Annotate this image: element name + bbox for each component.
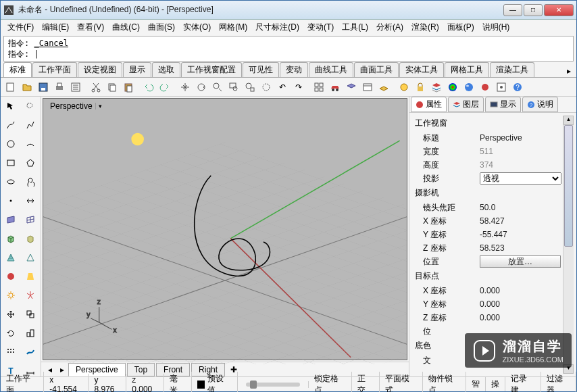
curve-tools-icon[interactable] [22,193,39,209]
flow-icon[interactable] [22,344,39,360]
render-icon[interactable] [461,80,476,95]
menu-mesh[interactable]: 网格(M) [215,20,251,34]
status-ortho[interactable]: 正交 [352,372,380,393]
ellipse-icon[interactable] [2,174,20,190]
menu-surface[interactable]: 曲面(S) [144,20,179,34]
move-icon[interactable] [2,306,20,322]
prop-tary-value[interactable]: 0.000 [480,299,561,309]
undo-view-icon[interactable]: ↶ [275,80,290,95]
polyline-icon[interactable] [22,117,39,133]
prop-tarx-value[interactable]: 0.000 [480,286,561,295]
print-icon[interactable] [52,80,67,95]
prop-camz-value[interactable]: 58.523 [480,243,561,253]
status-cplane[interactable]: 工作平面 [1,372,44,393]
render-icon2[interactable] [2,268,20,285]
prop-camx-value[interactable]: 58.427 [480,216,561,226]
array-icon[interactable] [2,344,20,360]
polygon-icon[interactable] [22,155,39,171]
redo-view-icon[interactable]: ↷ [291,80,306,95]
tab-select[interactable]: 选取 [152,62,180,77]
panel-tab-properties[interactable]: 属性 [411,97,447,112]
tab-transform[interactable]: 变动 [280,62,308,77]
spotlight-icon[interactable] [22,268,39,285]
mesh-icon[interactable] [2,249,20,266]
menu-solid[interactable]: 实体(O) [179,20,215,34]
menu-render[interactable]: 渲染(R) [407,20,443,34]
cut-icon[interactable] [89,80,103,95]
cplanes-icon[interactable] [344,80,359,95]
pan-icon[interactable] [178,80,193,95]
named-views-icon[interactable] [360,80,375,95]
redo-icon[interactable] [157,80,172,95]
tab-solid-tools[interactable]: 实体工具 [399,62,444,77]
help-icon[interactable]: ? [510,80,525,95]
viewport-perspective[interactable]: z x y Perspective ▾ [43,98,407,360]
hide-icon[interactable] [397,80,411,95]
tab-display[interactable]: 显示 [123,62,151,77]
surface-icon[interactable] [2,212,20,228]
solid-box-icon[interactable] [2,230,20,247]
object-properties-icon[interactable] [445,80,460,95]
menu-curve[interactable]: 曲线(C) [108,20,144,34]
new-icon[interactable] [3,80,18,95]
menu-panels[interactable]: 面板(P) [443,20,478,34]
status-slider[interactable] [238,381,309,388]
prop-title-value[interactable]: Perspective [480,133,561,143]
menu-file[interactable]: 文件(F) [3,20,38,34]
viewport-tab-next-icon[interactable]: ▸ [56,365,68,374]
open-icon[interactable] [20,80,34,95]
four-viewport-icon[interactable] [311,80,326,95]
status-filter[interactable]: 过滤器 [541,372,576,393]
mesh-edit-icon[interactable] [22,249,39,266]
scroll-up-icon[interactable]: ▲ [563,116,574,125]
explode-icon[interactable] [22,287,39,303]
command-area[interactable]: 指令: _Cancel 指令: | [3,36,574,62]
viewport-menu-icon[interactable]: ▾ [95,103,102,109]
menu-analyze[interactable]: 分析(A) [372,20,407,34]
tab-setview[interactable]: 设定视图 [78,62,122,77]
prop-focal-value[interactable]: 50.0 [480,203,561,212]
panel-tab-layers[interactable]: 图层 [448,97,484,112]
curve-icon[interactable] [2,117,20,133]
close-button[interactable]: ✕ [544,4,574,16]
tab-standard[interactable]: 标准 [3,62,32,77]
zoom-extents-icon[interactable] [243,80,257,95]
undo-icon[interactable] [141,80,156,95]
scale-icon[interactable] [22,325,39,341]
menu-tools[interactable]: 工具(L) [338,20,372,34]
tab-overflow-icon[interactable]: ▸ [564,65,574,77]
zoom-window-icon[interactable] [226,80,241,95]
arc-icon[interactable] [22,136,39,152]
rectangle-icon[interactable] [2,155,20,171]
status-planar[interactable]: 平面模式 [380,372,423,393]
maximize-button[interactable]: □ [524,4,543,16]
status-record[interactable]: 记录建 [505,372,541,393]
tab-cplane[interactable]: 工作平面 [32,62,77,77]
panel-tab-display[interactable]: 显示 [485,97,521,112]
rotate2d-icon[interactable] [2,325,20,341]
tab-curve-tools[interactable]: 曲线工具 [309,62,353,77]
menu-edit[interactable]: 编辑(E) [38,20,73,34]
minimize-button[interactable]: — [503,4,522,16]
options-icon[interactable] [494,80,509,95]
tab-render-tools[interactable]: 渲染工具 [490,62,534,77]
lock-icon[interactable] [413,80,428,95]
prop-camy-value[interactable]: -55.447 [480,230,561,239]
prop-tarz-value[interactable]: 0.000 [480,313,561,322]
zoom-selected-icon[interactable] [259,80,274,95]
set-cplane-icon[interactable] [376,80,391,95]
status-smarttrack[interactable]: 智 [466,377,486,391]
scroll-thumb[interactable] [564,125,573,247]
save-icon[interactable] [36,80,51,95]
surface-edit-icon[interactable] [22,212,39,228]
status-gumball[interactable]: 操 [486,377,505,391]
status-osnap[interactable]: 物件锁点 [423,372,466,393]
prop-projection-select[interactable]: 透视 [480,172,561,185]
tab-surface-tools[interactable]: 曲面工具 [354,62,399,77]
properties-icon[interactable] [68,80,83,95]
menu-help[interactable]: 说明(H) [478,20,514,34]
status-unit[interactable]: 毫米 [164,372,192,393]
menu-view[interactable]: 查看(V) [73,20,108,34]
circle-icon[interactable] [2,136,20,152]
menu-dimension[interactable]: 尺寸标注(D) [251,20,303,34]
